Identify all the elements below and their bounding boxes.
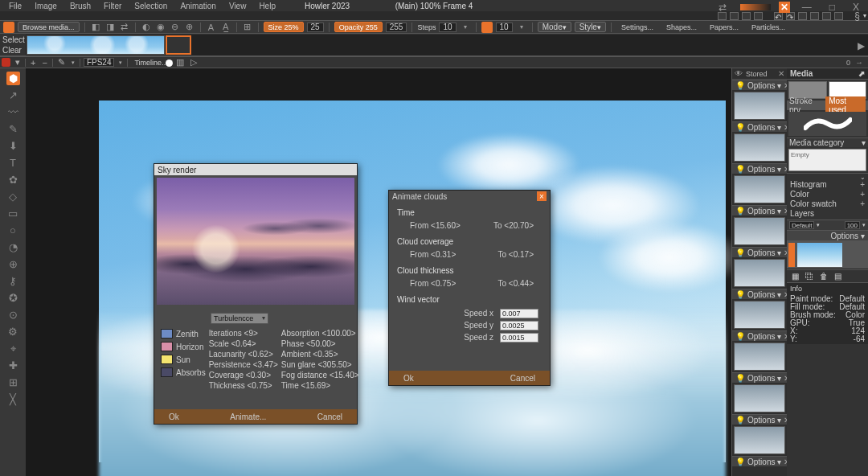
sky-dialog-title[interactable]: Sky render xyxy=(154,164,357,175)
blend-mode-select[interactable]: Default xyxy=(789,221,814,229)
anim-cancel-button[interactable]: Cancel xyxy=(510,374,535,383)
mode-menu[interactable]: Mode ▾ xyxy=(538,22,571,32)
cov-from[interactable]: From <0.31> xyxy=(410,250,456,259)
add-icon[interactable]: ⊕ xyxy=(184,22,195,33)
stored-thumb[interactable] xyxy=(734,217,785,245)
frame-thumbnails[interactable] xyxy=(26,35,868,55)
stored-thumb[interactable] xyxy=(734,384,785,412)
bulb-icon[interactable]: 💡 xyxy=(735,416,745,425)
swap-icon[interactable]: ⇄ xyxy=(119,22,130,33)
shapes-link[interactable]: Shapes... xyxy=(661,23,702,31)
options-button[interactable]: Options xyxy=(747,374,775,383)
brush-tool-icon[interactable]: ⬢ xyxy=(6,72,20,85)
fog-param[interactable]: Fog distance <15.40> xyxy=(281,371,359,381)
chevron-down-icon[interactable]: ▾ xyxy=(516,22,527,33)
cov-to[interactable]: To <0.17> xyxy=(498,250,534,259)
absorbs-color[interactable]: Absorbs xyxy=(161,367,206,377)
go-end-icon[interactable]: → xyxy=(855,58,863,67)
fps-display[interactable]: FPS 24 xyxy=(84,58,115,67)
anim-ok-button[interactable]: Ok xyxy=(403,374,414,383)
layer-options[interactable]: Options xyxy=(831,232,858,240)
time-param[interactable]: Time <15.69> xyxy=(281,381,359,392)
thk-from[interactable]: From <0.75> xyxy=(410,279,456,288)
key-tool-icon[interactable]: ⚷ xyxy=(6,274,20,288)
bulb-icon[interactable]: 💡 xyxy=(735,458,745,466)
layer-thumb[interactable] xyxy=(796,242,843,268)
expand-icon[interactable]: + xyxy=(860,180,865,189)
menu-selection[interactable]: Selection xyxy=(129,1,173,11)
opacity-field[interactable]: 100 xyxy=(845,221,860,229)
noise-dropdown[interactable]: Turbulencce xyxy=(211,313,268,324)
steps-value[interactable]: 10 xyxy=(439,23,456,32)
polygon-tool-icon[interactable]: ◇ xyxy=(6,190,20,203)
thk-to[interactable]: To <0.44> xyxy=(498,279,534,288)
options-button[interactable]: Options xyxy=(747,248,775,257)
frame-thumb[interactable] xyxy=(27,35,165,55)
options-button[interactable]: Options xyxy=(747,165,775,174)
options-button[interactable]: Options xyxy=(747,123,775,132)
absorption-param[interactable]: Absorption <100.00> xyxy=(281,329,359,339)
thickness-param[interactable]: Thickness <0.75> xyxy=(209,381,278,392)
stored-thumb[interactable] xyxy=(734,343,785,371)
swap-colors-icon[interactable]: ⇄ xyxy=(713,1,732,14)
menu-brush[interactable]: Brush xyxy=(64,1,96,11)
chevron-down-icon[interactable]: ▾ xyxy=(460,22,471,33)
new-layer-icon[interactable]: ▦ xyxy=(792,272,799,281)
pencil-tool-icon[interactable]: ✎ xyxy=(6,122,20,136)
ellipse-tool-icon[interactable]: ○ xyxy=(6,224,20,237)
chevron-down-icon[interactable]: ▾ xyxy=(862,222,866,228)
media-empty[interactable]: Empty xyxy=(788,149,866,171)
grid-tool-icon[interactable]: ⊞ xyxy=(6,375,20,389)
stored-thumb[interactable] xyxy=(734,426,785,454)
snap-icon[interactable]: ⊞ xyxy=(242,22,253,33)
target-tool-icon[interactable]: ⊕ xyxy=(6,257,20,271)
style-menu[interactable]: Style ▾ xyxy=(575,22,606,32)
menu-file[interactable]: File xyxy=(3,1,27,11)
scroll-right-icon[interactable]: ▶ xyxy=(858,40,865,51)
sky-ok-button[interactable]: Ok xyxy=(169,412,179,421)
bulb-icon[interactable]: 💡 xyxy=(735,123,745,132)
copy-layer-icon[interactable]: ⿻ xyxy=(805,272,813,281)
remove-icon[interactable]: − xyxy=(40,58,48,68)
text-tool-icon[interactable]: T xyxy=(6,156,20,170)
layer-stack-icon[interactable]: ▤ xyxy=(834,272,841,281)
speed-z-input[interactable] xyxy=(500,333,538,343)
visibility-icon[interactable]: 👁 xyxy=(735,69,743,78)
play-icon[interactable]: ▷ xyxy=(189,57,199,68)
options-button[interactable]: Options xyxy=(747,81,775,90)
papers-link[interactable]: Papers... xyxy=(705,23,743,31)
opacity-button[interactable]: Opacity 255 xyxy=(334,22,383,32)
options-button[interactable]: Options xyxy=(747,416,775,425)
persistence-param[interactable]: Persistence <3.47> xyxy=(209,360,278,371)
pen-icon[interactable]: ✎ xyxy=(56,57,67,68)
options-button[interactable]: Options xyxy=(747,207,775,215)
sunglare-param[interactable]: Sun glare <305.50> xyxy=(281,360,359,371)
chevron-down-icon[interactable]: ▾ xyxy=(862,138,866,147)
phase-param[interactable]: Phase <50.00> xyxy=(281,339,359,350)
close-tool-icon[interactable]: ╳ xyxy=(6,392,20,406)
bulb-icon[interactable]: 💡 xyxy=(735,290,745,299)
text-tool-icon[interactable]: A̲ xyxy=(220,22,231,33)
particles-link[interactable]: Particles... xyxy=(747,23,790,31)
add-icon[interactable]: + xyxy=(29,58,37,68)
anim-dialog-title[interactable]: Animate clouds × xyxy=(389,191,550,202)
subtract-icon[interactable]: ⊖ xyxy=(170,22,181,33)
layers-panel[interactable]: Layers xyxy=(790,209,814,218)
close-icon[interactable]: ✕ xyxy=(778,69,784,78)
dot-tool-icon[interactable]: ⊙ xyxy=(6,308,20,322)
scale-param[interactable]: Scale <0.64> xyxy=(209,339,278,350)
sun-color[interactable]: Sun xyxy=(161,355,206,364)
close-button[interactable]: X xyxy=(847,1,865,14)
filter-icon[interactable] xyxy=(3,22,14,33)
gear-tool-icon[interactable]: ⚙ xyxy=(6,325,20,339)
maximize-button[interactable]: □ xyxy=(824,1,841,14)
selected-frame[interactable] xyxy=(166,35,191,55)
crosshair-tool-icon[interactable]: ⌖ xyxy=(6,342,20,355)
horizon-color[interactable]: Horizon xyxy=(161,342,206,351)
chevron-down-icon[interactable]: ▾ xyxy=(817,222,820,228)
color-panel[interactable]: Color xyxy=(790,190,809,199)
sky-animate-button[interactable]: Animate... xyxy=(230,412,266,421)
arc-tool-icon[interactable]: ◔ xyxy=(6,240,20,254)
chevron-down-icon[interactable]: ▾ xyxy=(777,81,781,90)
stored-thumb[interactable] xyxy=(734,92,785,120)
